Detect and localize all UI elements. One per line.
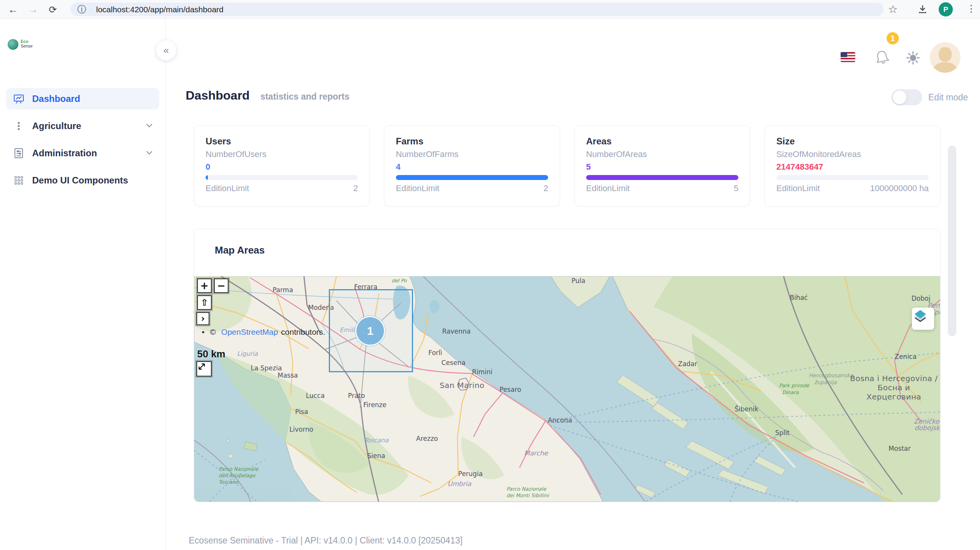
url-text[interactable]: localhost:4200/app/main/dashboard: [96, 5, 224, 14]
openstreetmap-link[interactable]: OpenStreetMap: [221, 327, 278, 337]
svg-text:Marche: Marche: [524, 449, 549, 457]
map-areas-card: Map Areas: [194, 229, 941, 502]
notifications-bell-icon[interactable]: [874, 49, 890, 67]
logo-text-line1: Eco: [21, 39, 33, 44]
dashboard-icon: [12, 93, 25, 105]
stat-card-users: Users NumberOfUsers 0 EditionLimit 2: [194, 125, 370, 206]
limit-label: EditionLimit: [776, 183, 820, 193]
progress-track: [396, 175, 548, 180]
area-cluster-marker[interactable]: 1: [355, 316, 385, 346]
attribution-suffix: contributors.: [281, 327, 325, 337]
map-fullscreen-button[interactable]: [196, 361, 212, 376]
svg-text:Parco Nazionale: Parco Nazionale: [219, 466, 258, 472]
svg-text:Prato: Prato: [348, 392, 365, 399]
map-canvas[interactable]: ParmaModenaFerraraRavennaForlìCesenaRimi…: [194, 276, 941, 502]
map-zoom-out-button[interactable]: −: [214, 278, 229, 293]
svg-text:Toscano: Toscano: [219, 479, 239, 485]
page-scrollbar-thumb[interactable]: [948, 146, 956, 336]
svg-text:Cesena: Cesena: [441, 359, 466, 367]
browser-profile-avatar[interactable]: P: [939, 2, 953, 16]
language-flag-icon[interactable]: [841, 52, 855, 62]
flag-canton: [841, 52, 847, 57]
site-info-icon[interactable]: ⓘ: [77, 3, 86, 15]
edit-mode-label: Edit mode: [928, 92, 968, 103]
svg-text:Perugia: Perugia: [458, 470, 483, 478]
downloads-icon[interactable]: [917, 4, 928, 16]
progress-track: [586, 175, 738, 180]
limit-value: 5: [734, 183, 738, 193]
sidebar-item-label: Dashboard: [32, 93, 153, 104]
svg-text:Dinara: Dinara: [782, 390, 799, 395]
svg-text:Liguria: Liguria: [237, 350, 258, 357]
sidebar-nav: Dashboard Agriculture: [6, 88, 159, 197]
svg-text:Split: Split: [775, 429, 790, 437]
map-attribution-collapse-button[interactable]: ›: [196, 312, 209, 325]
sidebar-item-label: Administration: [32, 148, 145, 159]
svg-text:San Marino: San Marino: [439, 381, 484, 390]
map-zoom-in-button[interactable]: +: [197, 278, 212, 293]
chevron-down-icon: [145, 150, 153, 157]
administration-icon: [12, 147, 25, 159]
address-bar[interactable]: ⓘ localhost:4200/app/main/dashboard: [70, 3, 884, 16]
browser-back-button[interactable]: ←: [5, 2, 21, 17]
openstreetmap-basemap: ParmaModenaFerraraRavennaForlìCesenaRimi…: [194, 276, 941, 502]
svg-text:Parma: Parma: [273, 286, 293, 294]
map-layers-button[interactable]: [912, 308, 934, 330]
svg-text:Šibenik: Šibenik: [735, 405, 758, 413]
limit-label: EditionLimit: [586, 183, 630, 193]
svg-text:Pisa: Pisa: [295, 408, 308, 416]
browser-reload-button[interactable]: ⟳: [45, 2, 60, 17]
sidebar-item-agriculture[interactable]: Agriculture: [6, 115, 159, 137]
chevron-down-icon: [145, 123, 153, 129]
svg-text:Siena: Siena: [367, 452, 385, 460]
svg-text:Hercegbosanska: Hercegbosanska: [809, 372, 853, 378]
user-avatar[interactable]: [930, 42, 960, 73]
svg-text:Forlì: Forlì: [428, 349, 442, 357]
card-title: Areas: [586, 136, 738, 147]
browser-toolbar: ← → ⟳ ⓘ localhost:4200/app/main/dashboar…: [0, 0, 980, 19]
agriculture-icon: [12, 120, 25, 132]
card-value: 5: [586, 161, 738, 173]
attribution-bullet: •: [202, 327, 204, 337]
page-title: Dashboard: [186, 88, 250, 103]
card-metric: NumberOfUsers: [206, 149, 358, 160]
bookmark-star-icon[interactable]: ☆: [888, 3, 898, 16]
diagonal-expand-icon: [197, 362, 206, 371]
card-metric: NumberOfAreas: [586, 149, 738, 160]
map-card-title: Map Areas: [215, 244, 265, 256]
svg-text:Босна и: Босна и: [877, 383, 910, 392]
card-value: 2147483647: [776, 161, 929, 173]
sidebar-item-dashboard[interactable]: Dashboard: [6, 88, 159, 110]
sidebar-collapse-button[interactable]: «: [156, 40, 176, 61]
limit-label: EditionLimit: [396, 183, 439, 193]
svg-text:Firenze: Firenze: [363, 401, 387, 409]
svg-text:Mostar: Mostar: [889, 445, 911, 452]
avatar-head: [939, 47, 952, 62]
page-subtitle: statistics and reports: [260, 92, 350, 102]
notification-count-badge: 1: [885, 31, 900, 46]
theme-sun-icon[interactable]: [906, 51, 920, 67]
attribution-copyright: ©: [210, 327, 216, 337]
svg-text:Lucca: Lucca: [306, 392, 325, 399]
svg-text:Херцеговина: Херцеговина: [867, 392, 921, 401]
edit-mode-toggle[interactable]: [892, 89, 922, 105]
svg-text:Umbria: Umbria: [448, 480, 472, 488]
logo-text-line2: Sense: [21, 44, 33, 49]
browser-forward-button[interactable]: →: [25, 2, 41, 17]
sidebar-item-administration[interactable]: Administration: [6, 142, 159, 164]
svg-text:županija: županija: [814, 379, 837, 385]
card-title: Farms: [396, 136, 548, 147]
sidebar-item-demo-ui-components[interactable]: Demo UI Components: [6, 170, 159, 191]
sidebar-item-label: Demo UI Components: [32, 175, 153, 186]
progress-fill: [586, 175, 738, 180]
avatar-shoulders: [933, 62, 957, 73]
card-metric: NumberOfFarms: [396, 149, 548, 160]
svg-text:Pula: Pula: [572, 277, 585, 285]
app-logo[interactable]: Eco Sense: [8, 39, 33, 50]
limit-value: 1000000000 ha: [870, 183, 929, 193]
browser-menu-icon[interactable]: ⋮: [965, 3, 977, 14]
card-value: 0: [206, 161, 358, 173]
map-reset-north-button[interactable]: ⇧: [197, 295, 212, 310]
stat-card-size: Size SizeOfMonitoredAreas 2147483647 Edi…: [764, 125, 941, 206]
map-scale-label: 50 km: [197, 348, 225, 360]
